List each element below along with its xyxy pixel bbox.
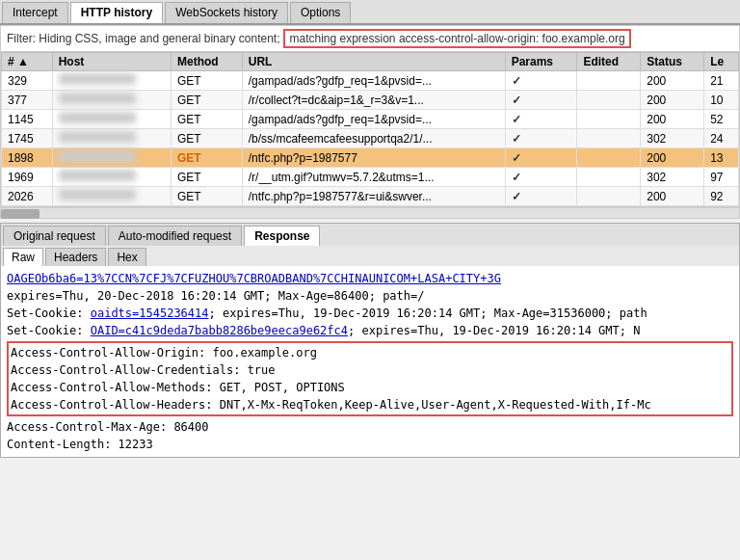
tab-headers[interactable]: Headers — [45, 248, 106, 266]
response-line: Access-Control-Allow-Methods: GET, POST,… — [11, 379, 729, 396]
params-check: ✓ — [512, 113, 521, 126]
col-status[interactable]: Status — [641, 53, 704, 71]
tab-response[interactable]: Response — [244, 226, 320, 246]
table-row[interactable]: 329GET/gampad/ads?gdfp_req=1&pvsid=...✓2… — [2, 71, 739, 91]
params-check: ✓ — [512, 132, 521, 146]
response-line: Content-Length: 12233 — [7, 436, 733, 453]
response-body: OAGEOb6ba6=13%7CCN%7CFJ%7CFUZHOU%7CBROAD… — [0, 266, 740, 458]
horizontal-scrollbar[interactable] — [0, 207, 740, 219]
sort-asc-icon: ▲ — [17, 55, 29, 68]
tab-options[interactable]: Options — [290, 2, 351, 23]
params-check: ✓ — [512, 93, 521, 107]
response-link[interactable]: OAID=c41c9deda7babb8286be9eeca9e62fc4 — [91, 324, 348, 337]
filter-prefix: Filter: Hiding CSS, image and general bi… — [7, 32, 279, 45]
response-link[interactable]: OAGEOb6ba6=13%7CCN%7CFJ%7CFUZHOU%7CBROAD… — [7, 272, 501, 285]
col-method[interactable]: Method — [171, 53, 242, 71]
highlight-block: Access-Control-Allow-Origin: foo.example… — [7, 341, 733, 416]
table-row[interactable]: 1898GET/ntfc.php?p=1987577✓20013 — [2, 148, 739, 168]
table-row[interactable]: 377GET/r/collect?t=dc&aip=1&_r=3&v=1...✓… — [2, 91, 739, 110]
host-blur — [59, 112, 136, 123]
host-blur — [59, 170, 136, 181]
table-row[interactable]: 2026GET/ntfc.php?p=1987577&r=ui&swver...… — [2, 187, 739, 206]
top-tab-bar: Intercept HTTP history WebSockets histor… — [0, 0, 740, 25]
response-line: Access-Control-Allow-Headers: DNT,X-Mx-R… — [11, 396, 729, 413]
tab-auto-modified-request[interactable]: Auto-modified request — [108, 226, 242, 246]
host-blur — [59, 189, 136, 200]
response-line: Access-Control-Max-Age: 86400 — [7, 418, 733, 436]
params-check: ✓ — [512, 190, 521, 203]
table-row[interactable]: 1745GET/b/ss/mcafeemcafeesupportqa2/1/..… — [2, 129, 739, 148]
col-length[interactable]: Le — [704, 53, 739, 71]
table-row[interactable]: 1969GET/r/__utm.gif?utmwv=5.7.2&utms=1..… — [2, 168, 739, 187]
tab-http-history[interactable]: HTTP history — [70, 2, 163, 23]
response-line: Access-Control-Allow-Credentials: true — [11, 361, 729, 379]
filter-value[interactable]: matching expression access-control-allow… — [283, 29, 630, 48]
col-params[interactable]: Params — [505, 53, 577, 71]
response-line: expires=Thu, 20-Dec-2018 16:20:14 GMT; M… — [7, 287, 733, 305]
params-check: ✓ — [512, 171, 521, 184]
response-link[interactable]: oaidts=1545236414 — [91, 307, 209, 320]
panel-tab-bar: Original request Auto-modified request R… — [0, 223, 740, 246]
col-id[interactable]: # ▲ — [2, 53, 53, 71]
host-blur — [59, 150, 136, 162]
history-table-wrapper: # ▲ Host Method URL Params Edited Status… — [0, 52, 740, 207]
scrollbar-thumb[interactable] — [1, 209, 40, 219]
response-line: Set-Cookie: oaidts=1545236414; expires=T… — [7, 305, 733, 322]
response-line: OAGEOb6ba6=13%7CCN%7CFJ%7CFUZHOU%7CBROAD… — [7, 270, 733, 287]
tab-hex[interactable]: Hex — [108, 248, 145, 266]
table-row[interactable]: 1145GET/gampad/ads?gdfp_req=1&pvsid=...✓… — [2, 110, 739, 129]
content-tab-bar: Raw Headers Hex — [0, 246, 740, 266]
history-table: # ▲ Host Method URL Params Edited Status… — [1, 52, 739, 206]
host-blur — [59, 73, 136, 85]
response-line: Set-Cookie: OAID=c41c9deda7babb8286be9ee… — [7, 322, 733, 339]
tab-raw[interactable]: Raw — [3, 248, 43, 266]
col-edited[interactable]: Edited — [577, 53, 641, 71]
tab-original-request[interactable]: Original request — [3, 226, 106, 246]
tab-intercept[interactable]: Intercept — [2, 2, 68, 23]
bottom-panel: Original request Auto-modified request R… — [0, 219, 740, 458]
host-blur — [59, 93, 136, 104]
col-host[interactable]: Host — [52, 53, 171, 71]
filter-bar: Filter: Hiding CSS, image and general bi… — [0, 25, 740, 52]
response-line: Access-Control-Allow-Origin: foo.example… — [11, 344, 729, 361]
params-check: ✓ — [512, 151, 521, 165]
col-url[interactable]: URL — [242, 53, 505, 71]
table-header-row: # ▲ Host Method URL Params Edited Status… — [2, 53, 739, 71]
params-check: ✓ — [512, 74, 521, 88]
tab-websockets-history[interactable]: WebSockets history — [165, 2, 288, 23]
host-blur — [59, 131, 136, 143]
